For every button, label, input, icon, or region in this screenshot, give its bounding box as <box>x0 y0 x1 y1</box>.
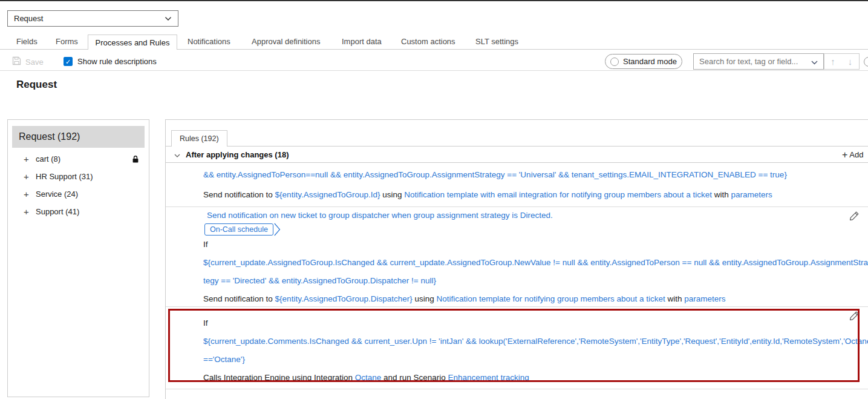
rule-tag-row: On-Call schedule <box>166 223 868 236</box>
tab-label: Fields <box>16 37 38 46</box>
rule-link[interactable]: tegy == 'Directed' && entity.AssignedToG… <box>203 276 436 285</box>
chevron-down-icon <box>165 14 172 23</box>
rule-text-line: If <box>166 236 868 254</box>
rules-panel: Rules (192) After applying changes (18) … <box>165 119 868 399</box>
entity-type-dropdown[interactable]: Request <box>7 10 178 27</box>
tree-item-service-24-[interactable]: +Service (24) <box>8 185 149 203</box>
expand-plus-icon[interactable]: + <box>24 189 31 199</box>
collapse-chevron-icon[interactable] <box>174 149 180 160</box>
find-previous-button[interactable]: ↑ <box>824 53 842 70</box>
entity-type-value: Request <box>14 14 43 23</box>
rule-row: If${current_update.Comments.IsChanged &&… <box>166 307 868 389</box>
tree-item-request-selected[interactable]: Request (192) <box>12 126 145 148</box>
rule-link[interactable]: parameters <box>684 294 725 303</box>
tree-item-hr-support-31-[interactable]: +HR Support (31) <box>8 168 149 185</box>
rule-text-line: tegy == 'Directed' && entity.AssignedToG… <box>166 272 868 290</box>
record-tree-panel: Request (192) +cart (8)+HR Support (31)+… <box>7 119 149 397</box>
tree-item-label: Service (24) <box>36 190 78 199</box>
rule-link[interactable]: ${current_update.AssignedToGroup.IsChang… <box>203 258 868 267</box>
rule-plain-text: with <box>665 294 685 303</box>
lock-icon <box>132 155 139 165</box>
rule-row: Send notification on new ticket to group… <box>166 207 868 307</box>
rule-group-header: After applying changes (18) + Add <box>166 147 868 163</box>
rule-link[interactable]: Notification template for notifying grou… <box>437 294 665 303</box>
tree-items: +cart (8)+HR Support (31)+Service (24)+S… <box>8 150 149 220</box>
tab-notifications[interactable]: Notifications <box>188 35 230 49</box>
tab-label: SLT settings <box>475 37 518 46</box>
expand-plus-icon[interactable]: + <box>24 171 31 182</box>
search-icon <box>864 57 868 67</box>
rule-plain-text: and run Scenario <box>381 373 448 382</box>
save-icon <box>12 56 21 67</box>
rule-row: && entity.AssignedToPerson==null && enti… <box>166 163 868 207</box>
arrow-down-icon: ↓ <box>848 56 853 67</box>
rules-tab-label: Rules (192) <box>180 134 219 143</box>
tab-slt-settings[interactable]: SLT settings <box>475 35 518 49</box>
tab-label: Import data <box>342 37 382 46</box>
radio-icon <box>610 58 619 66</box>
tab-label: Processes and Rules <box>96 38 170 47</box>
edit-pencil-icon[interactable] <box>849 311 860 321</box>
rule-text-line: Calls Integration Engine using Integrati… <box>166 369 868 387</box>
add-rule-button[interactable]: + Add <box>842 147 863 163</box>
rule-plain-text: Send notification to <box>203 294 275 303</box>
tab-label: Approval definitions <box>252 37 320 46</box>
tree-item-label: HR Support (31) <box>36 172 93 181</box>
rule-plain-text: Calls Integration Engine using Integrati… <box>203 373 355 382</box>
plus-icon: + <box>842 150 847 160</box>
rule-plain-text: using <box>380 190 404 199</box>
toolbar-divider <box>0 70 868 71</box>
rule-plain-text: Send notification to <box>203 190 275 199</box>
tree-item-cart-8-[interactable]: +cart (8) <box>8 150 149 168</box>
rules-rows: && entity.AssignedToPerson==null && enti… <box>166 163 868 389</box>
rule-link[interactable]: parameters <box>731 190 772 199</box>
tab-label: Notifications <box>188 37 230 46</box>
tab-label: Custom actions <box>401 37 455 46</box>
tab-processes-and-rules[interactable]: Processes and Rules <box>88 35 177 50</box>
rule-plain-text: using <box>413 294 437 303</box>
rule-link[interactable]: ${entity.AssignedToGroup.Dispatcher} <box>275 294 413 303</box>
rule-text-line: If <box>166 314 868 332</box>
search-placeholder: Search for text, tag or field... <box>699 57 798 66</box>
page-title: Request <box>16 79 57 91</box>
find-next-button[interactable]: ↓ <box>841 53 860 70</box>
tab-custom-actions[interactable]: Custom actions <box>401 35 455 49</box>
tab-import-data[interactable]: Import data <box>342 35 382 49</box>
expand-plus-icon[interactable]: + <box>24 154 31 164</box>
rule-link[interactable]: =='Octane'} <box>203 355 245 364</box>
standard-mode-label: Standard mode <box>623 57 677 66</box>
rule-link[interactable]: Send notification on new ticket to group… <box>207 211 553 220</box>
tree-selected-label: Request (192) <box>19 131 80 142</box>
save-button[interactable]: Save <box>12 56 44 67</box>
window-top-edge <box>0 0 868 1</box>
rule-text-line: && entity.AssignedToPerson==null && enti… <box>166 165 868 185</box>
rule-tag[interactable]: On-Call schedule <box>204 223 273 236</box>
rule-plain-text: with <box>712 190 731 199</box>
tab-approval-definitions[interactable]: Approval definitions <box>252 35 320 49</box>
show-rule-descriptions-checkbox[interactable]: ✓ <box>64 57 73 66</box>
search-input[interactable]: Search for text, tag or field... <box>693 53 824 70</box>
tab-rules[interactable]: Rules (192) <box>171 130 227 147</box>
add-label: Add <box>849 150 863 159</box>
expand-plus-icon[interactable]: + <box>24 206 31 217</box>
chevron-down-icon[interactable] <box>811 56 818 67</box>
rule-link[interactable]: Enhancement tracking <box>448 373 529 382</box>
rule-text-line: Send notification to ${entity.AssignedTo… <box>166 290 868 308</box>
tree-item-support-41-[interactable]: +Support (41) <box>8 203 149 220</box>
rule-link[interactable]: Notification template with email integra… <box>404 190 712 199</box>
rule-link[interactable]: && entity.AssignedToPerson==null && enti… <box>203 170 787 179</box>
tab-forms[interactable]: Forms <box>56 35 78 49</box>
tree-item-label: cart (8) <box>36 154 60 163</box>
rule-plain-text: If <box>203 318 208 328</box>
tab-fields[interactable]: Fields <box>16 35 38 49</box>
rule-text-line: =='Octane'} <box>166 351 868 369</box>
tree-item-label: Support (41) <box>36 207 79 216</box>
edit-pencil-icon[interactable] <box>849 211 860 221</box>
rule-link[interactable]: Octane <box>355 373 382 382</box>
rule-text-line: ${current_update.Comments.IsChanged && c… <box>166 332 868 351</box>
rule-link[interactable]: ${current_update.Comments.IsChanged && c… <box>203 337 868 346</box>
tab-label: Forms <box>56 37 78 46</box>
rule-link[interactable]: ${entity.AssignedToGroup.Id} <box>275 190 380 199</box>
standard-mode-toggle[interactable]: Standard mode <box>605 54 682 69</box>
rule-description: Send notification on new ticket to group… <box>166 207 868 223</box>
